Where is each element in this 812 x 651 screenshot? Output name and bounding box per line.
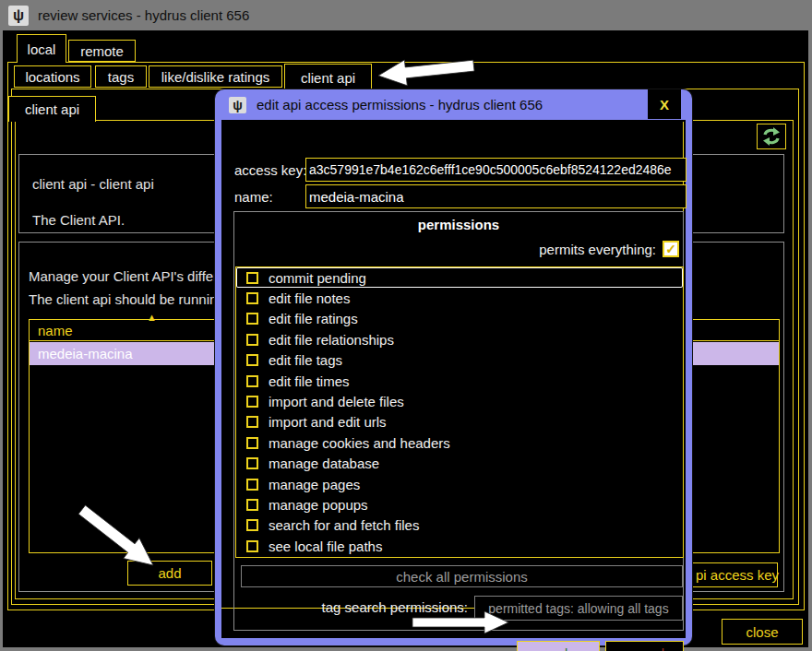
tab-locations-label: locations [25,69,79,85]
permission-label: commit pending [269,270,366,286]
cancel-button-label: cancel [625,645,664,651]
service-info-line2: The Client API. [32,212,125,228]
cancel-button[interactable]: cancel [605,641,684,651]
dialog-title: edit api access permissions - hydrus cli… [257,97,543,112]
edit-api-permissions-dialog: ψ edit api access permissions - hydrus c… [215,89,692,645]
permission-item[interactable]: manage pages [236,474,683,494]
permission-checkbox[interactable] [246,375,258,387]
permission-item[interactable]: edit file tags [236,350,683,371]
manage-line1: Manage your Client API's differ [29,268,218,284]
permissions-list[interactable]: commit pendingedit file notesedit file r… [235,266,684,558]
access-key-label: access key: [234,162,306,178]
permission-label: edit file times [269,373,350,389]
permissions-groupbox: permissions permits everything: ✓ commit… [233,211,684,631]
permission-label: manage popups [269,497,368,513]
checkmark-icon: ✓ [665,242,676,256]
tab-remote-label: remote [80,43,124,59]
permission-checkbox[interactable] [246,457,258,469]
permission-label: manage cookies and headers [269,435,450,451]
refresh-button[interactable] [757,124,786,149]
apply-button[interactable]: apply [517,641,600,651]
tab-client-api-service[interactable]: client api [8,96,96,122]
manage-line2: The client api should be runnin [29,291,217,307]
permission-label: see local file paths [269,539,382,554]
permission-checkbox[interactable] [246,540,258,552]
permission-item[interactable]: edit file relationships [236,329,683,349]
copy-api-access-key-button[interactable]: pi access key [687,562,778,587]
permission-checkbox[interactable] [246,292,258,304]
permission-item[interactable]: edit file times [236,371,683,391]
permission-item[interactable]: manage database [236,454,683,474]
permission-label: search for and fetch files [269,517,419,533]
window-border-right [808,30,812,651]
tag-search-permissions-value: permitted tags: allowing all tags [488,601,668,616]
permission-label: edit file ratings [269,311,358,326]
name-input[interactable] [305,184,687,208]
permission-checkbox[interactable] [246,479,258,491]
tab-client-api[interactable]: client api [284,64,372,90]
permission-checkbox[interactable] [246,416,258,428]
permission-label: manage database [269,456,379,471]
dialog-content: access key: name: permissions permits ev… [221,120,686,638]
sort-ascending-icon: ▲ [147,313,157,322]
name-label: name: [234,189,273,205]
permission-item[interactable]: manage popups [236,494,683,515]
permits-everything-checkbox[interactable]: ✓ [663,241,679,257]
copy-api-access-key-label: pi access key [696,567,779,583]
tag-search-permissions-button[interactable]: permitted tags: allowing all tags [474,596,683,621]
apply-button-label: apply [542,645,575,651]
permission-checkbox[interactable] [246,354,258,366]
close-button[interactable]: close [722,619,803,645]
service-info-line1: client api - client api [32,176,154,192]
dialog-close-button[interactable]: X [648,89,681,119]
tab-remote[interactable]: remote [68,40,136,62]
permission-checkbox[interactable] [246,334,258,346]
access-key-input[interactable] [305,158,687,182]
permission-checkbox[interactable] [246,272,258,284]
tab-local[interactable]: local [17,34,66,63]
refresh-icon [760,126,782,147]
permission-checkbox[interactable] [246,519,258,531]
add-button[interactable]: add [127,561,212,586]
permission-item[interactable]: manage cookies and headers [236,432,683,453]
tab-client-api-service-label: client api [25,101,79,117]
window-titlebar[interactable]: ψ review services - hydrus client 656 [0,0,812,30]
tab-client-api-label: client api [301,70,355,86]
permission-checkbox[interactable] [246,396,258,408]
hydrus-dialog-icon: ψ [229,97,246,113]
permission-checkbox[interactable] [246,499,258,511]
tab-locations[interactable]: locations [14,65,91,88]
tab-like-dislike-ratings-label: like/dislike ratings [161,69,270,85]
check-all-permissions-label: check all permissions [396,569,528,585]
permission-item[interactable]: import and edit urls [236,412,683,432]
check-all-permissions-button[interactable]: check all permissions [241,565,683,587]
permission-label: import and edit urls [269,414,387,430]
hydrus-app-icon: ψ [8,6,29,26]
close-button-label: close [746,624,778,640]
permission-item[interactable]: search for and fetch files [236,515,683,536]
window-border-bottom [0,647,812,651]
add-button-label: add [158,565,181,581]
permission-item[interactable]: edit file ratings [236,309,683,329]
permission-label: manage pages [269,477,360,492]
permission-label: import and delete files [269,394,404,409]
permission-item[interactable]: import and delete files [236,391,683,411]
permission-checkbox[interactable] [246,313,258,325]
review-services-window: ψ review services - hydrus client 656 X … [0,0,812,651]
permission-checkbox[interactable] [246,437,258,449]
tab-local-label: local [28,41,56,57]
permissions-title: permissions [234,217,683,232]
permission-item[interactable]: commit pending [236,267,683,288]
permission-label: edit file notes [269,290,350,306]
window-border-left [0,30,3,651]
tab-tags[interactable]: tags [95,65,147,88]
tag-search-permissions-label: tag search permissions: [234,599,468,615]
dialog-titlebar[interactable]: ψ edit api access permissions - hydrus c… [215,89,692,120]
permission-item[interactable]: edit file notes [236,288,683,308]
window-title: review services - hydrus client 656 [38,7,249,23]
tab-tags-label: tags [108,69,134,85]
tab-like-dislike-ratings[interactable]: like/dislike ratings [149,65,282,88]
permission-label: edit file relationships [269,332,394,348]
permission-item[interactable]: see local file paths [236,536,683,556]
permission-label: edit file tags [269,352,342,368]
